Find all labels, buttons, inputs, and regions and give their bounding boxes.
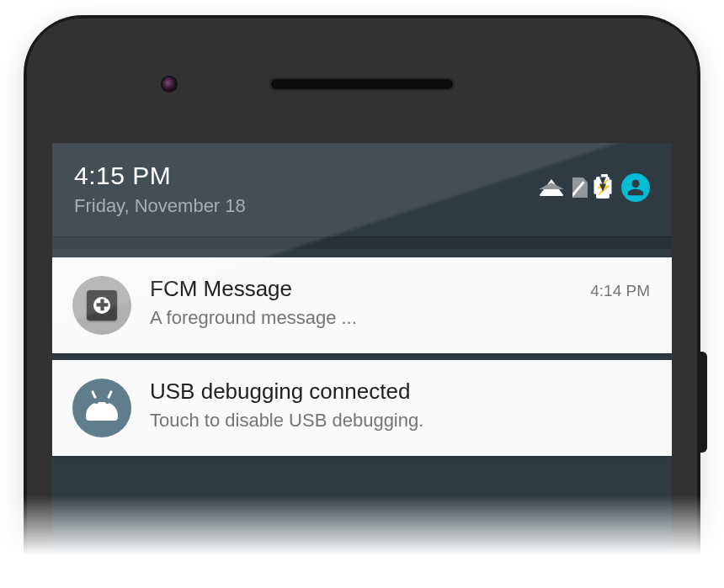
status-date: Friday, November 18 (74, 195, 246, 217)
notification-list: ✚ FCM Message 4:14 PM A foreground messa… (52, 249, 672, 513)
wifi-icon (539, 179, 564, 196)
notification-subtitle: A foreground message ... (150, 307, 650, 329)
app-fcm-icon: ✚ (72, 276, 131, 335)
phone-device-frame: 4:15 PM Friday, November 18 ⚡ ✚ (24, 15, 700, 588)
notification-time: 4:14 PM (590, 282, 650, 300)
profile-avatar-icon[interactable] (621, 173, 650, 202)
status-time: 4:15 PM (74, 162, 246, 190)
battery-charging-icon: ⚡ (596, 177, 610, 199)
status-icons-group: ⚡ (539, 173, 650, 202)
front-camera (162, 77, 176, 91)
notification-body: FCM Message 4:14 PM A foreground message… (150, 276, 650, 329)
earpiece-speaker (269, 77, 455, 91)
notification-item[interactable]: USB debugging connected Touch to disable… (52, 360, 672, 456)
notification-item-ghost (52, 463, 672, 513)
no-sim-icon (572, 177, 588, 198)
notification-title: FCM Message (150, 276, 292, 302)
notification-subtitle: Touch to disable USB debugging. (150, 410, 650, 432)
phone-screen: 4:15 PM Friday, November 18 ⚡ ✚ (52, 143, 672, 588)
power-button[interactable] (700, 352, 707, 453)
notification-item[interactable]: ✚ FCM Message 4:14 PM A foreground messa… (52, 257, 672, 353)
shade-divider (52, 237, 672, 249)
android-head-icon (86, 395, 118, 421)
clock-block: 4:15 PM Friday, November 18 (74, 162, 246, 217)
android-system-icon (72, 379, 131, 437)
app-launcher-icon: ✚ (87, 290, 117, 320)
plus-icon: ✚ (93, 297, 110, 314)
notification-body: USB debugging connected Touch to disable… (150, 379, 650, 432)
notification-title: USB debugging connected (150, 379, 410, 405)
notification-shade-header[interactable]: 4:15 PM Friday, November 18 ⚡ (52, 143, 672, 237)
